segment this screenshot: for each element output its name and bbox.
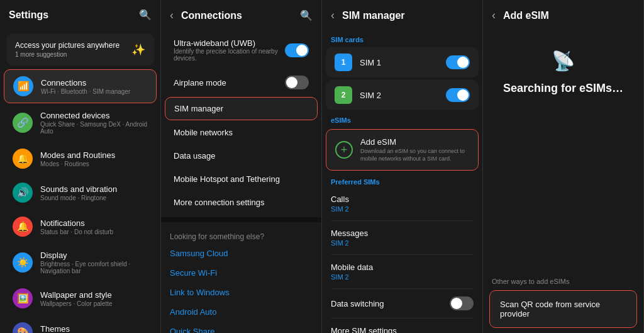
more-conn-text: More connection settings	[174, 198, 309, 207]
add-esim-panel: ‹ Add eSIM 📡 Searching for eSIMs… Other …	[483, 0, 644, 333]
add-esim-header-left: ‹ Add eSIM	[492, 9, 549, 22]
sim1-toggle[interactable]	[446, 55, 470, 69]
mobile-networks-item[interactable]: Mobile networks	[165, 121, 318, 144]
themes-text: Themes Themes · Wallpapers · Icons	[40, 324, 148, 334]
other-ways-label: Other ways to add eSIMs	[483, 271, 579, 288]
mobile-networks-label: Mobile networks	[174, 128, 309, 137]
display-text: Display Brightness · Eye comfort shield …	[40, 251, 148, 274]
settings-title: Settings	[9, 9, 48, 21]
connected-devices-text: Connected devices Quick Share · Samsung …	[40, 111, 148, 135]
sim-manager-label: SIM manager	[174, 104, 308, 113]
searching-area: 📡 Searching for eSIMs…	[491, 31, 636, 271]
promo-banner[interactable]: Access your pictures anywhere 1 more sug…	[6, 33, 154, 65]
settings-panel: Settings 🔍 Access your pictures anywhere…	[0, 0, 161, 333]
messages-label: Messages	[331, 229, 474, 238]
scan-qr-button[interactable]: Scan QR code from service provider	[489, 290, 637, 328]
sim-manager-content: SIM cards 1 SIM 1 2 SIM 2 eSIMs + Add eS…	[322, 28, 482, 333]
notifications-text: Notifications Status bar · Do not distur…	[40, 218, 148, 235]
hotspot-item[interactable]: Mobile Hotspot and Tethering	[165, 168, 318, 190]
sidebar-item-sounds[interactable]: 🔊 Sounds and vibration Sound mode · Ring…	[4, 176, 157, 209]
search-icon[interactable]: 🔍	[139, 9, 152, 21]
add-esim-back-icon[interactable]: ‹	[492, 9, 496, 22]
promo-text-area: Access your pictures anywhere 1 more sug…	[15, 41, 119, 58]
connections-header: ‹ Connections 🔍	[161, 0, 321, 28]
back-icon[interactable]: ‹	[170, 9, 174, 22]
messages-sub: SIM 2	[331, 239, 474, 247]
more-conn-item[interactable]: More connection settings	[165, 191, 318, 213]
notifications-sub: Status bar · Do not disturb	[40, 229, 148, 235]
airplane-label: Airplane mode	[174, 78, 285, 87]
add-esim-content: 📡 Searching for eSIMs… Other ways to add…	[483, 28, 643, 333]
connections-sub: Wi-Fi · Bluetooth · SIM manager	[41, 88, 147, 95]
sidebar-item-modes[interactable]: 🔔 Modes and Routines Modes · Routines	[4, 142, 157, 175]
uwb-item[interactable]: Ultra-wideband (UWB) Identify the precis…	[165, 32, 318, 68]
data-usage-label: Data usage	[174, 151, 309, 161]
divider-2	[331, 254, 474, 255]
uwb-sub: Identify the precise location of nearby …	[174, 48, 285, 62]
preferred-label: Preferred SIMs	[322, 173, 482, 188]
sim-back-icon[interactable]: ‹	[331, 9, 335, 22]
modes-icon: 🔔	[13, 149, 33, 169]
more-sim-settings[interactable]: More SIM settings	[322, 320, 482, 333]
add-esim-item[interactable]: + Add eSIM Download an eSIM so you can c…	[326, 129, 479, 171]
connections-title: Connections	[181, 10, 242, 21]
divider-3	[331, 288, 474, 289]
airplane-toggle[interactable]	[285, 76, 309, 89]
sim2-item[interactable]: 2 SIM 2	[326, 80, 479, 110]
uwb-label: Ultra-wideband (UWB)	[174, 38, 285, 48]
sidebar-item-notifications[interactable]: 🔔 Notifications Status bar · Do not dist…	[4, 210, 157, 243]
add-esim-plus-icon: +	[335, 141, 353, 159]
wallpaper-icon: 🖼️	[13, 288, 33, 308]
sounds-text: Sounds and vibration Sound mode · Ringto…	[40, 184, 148, 201]
sidebar-item-themes[interactable]: 🎨 Themes Themes · Wallpapers · Icons	[4, 316, 157, 333]
sim2-toggle[interactable]	[446, 88, 470, 102]
mobile-data-sub: SIM 2	[331, 273, 474, 281]
sim1-badge: 1	[335, 54, 352, 71]
divider-1	[331, 220, 474, 221]
looking-secure-wifi[interactable]: Secure Wi-Fi	[161, 263, 321, 283]
add-esim-label: Add eSIM	[360, 137, 469, 147]
searching-text: Searching for eSIMs…	[503, 82, 623, 95]
calls-item[interactable]: Calls SIM 2	[322, 188, 482, 219]
connections-divider	[161, 217, 321, 222]
sidebar-item-connections[interactable]: 📶 Connections Wi-Fi · Bluetooth · SIM ma…	[4, 69, 157, 103]
sounds-label: Sounds and vibration	[40, 184, 148, 194]
looking-link-windows[interactable]: Link to Windows	[161, 283, 321, 302]
modes-text: Modes and Routines Modes · Routines	[40, 150, 148, 167]
promo-sparkle-icon: ✨	[131, 43, 145, 57]
mobile-networks-text: Mobile networks	[174, 128, 309, 137]
esims-label: eSIMs	[322, 111, 482, 127]
sidebar-item-display[interactable]: ☀️ Display Brightness · Eye comfort shie…	[4, 244, 157, 281]
notifications-icon: 🔔	[13, 217, 33, 237]
connections-search-icon[interactable]: 🔍	[300, 9, 313, 21]
data-switching-row[interactable]: Data switching	[322, 290, 482, 317]
mobile-data-item[interactable]: Mobile data SIM 2	[322, 256, 482, 287]
data-switching-toggle[interactable]	[450, 296, 474, 310]
looking-quick-share[interactable]: Quick Share	[161, 322, 321, 333]
sidebar-item-wallpaper[interactable]: 🖼️ Wallpaper and style Wallpapers · Colo…	[4, 282, 157, 315]
hotspot-label: Mobile Hotspot and Tethering	[174, 174, 309, 184]
data-usage-item[interactable]: Data usage	[165, 145, 318, 167]
sim1-item[interactable]: 1 SIM 1	[326, 47, 479, 77]
airplane-item[interactable]: Airplane mode	[165, 69, 318, 96]
looking-android-auto[interactable]: Android Auto	[161, 302, 321, 322]
wallpaper-sub: Wallpapers · Color palette	[40, 300, 148, 307]
connections-header-left: ‹ Connections	[170, 9, 242, 22]
connections-panel: ‹ Connections 🔍 Ultra-wideband (UWB) Ide…	[161, 0, 322, 333]
more-conn-label: More connection settings	[174, 198, 309, 207]
sim-manager-item[interactable]: SIM manager	[165, 97, 318, 120]
connected-devices-icon: 🔗	[13, 113, 33, 133]
connections-icon: 📶	[13, 76, 33, 96]
sim-manager-text: SIM manager	[174, 104, 308, 113]
mobile-data-label: Mobile data	[331, 262, 474, 272]
add-esim-title: Add eSIM	[503, 10, 549, 21]
messages-item[interactable]: Messages SIM 2	[322, 222, 482, 253]
looking-samsung-cloud[interactable]: Samsung Cloud	[161, 244, 321, 263]
sim-manager-panel: ‹ SIM manager SIM cards 1 SIM 1 2 SIM 2 …	[322, 0, 483, 333]
uwb-toggle[interactable]	[285, 43, 309, 57]
sidebar-item-connected-devices[interactable]: 🔗 Connected devices Quick Share · Samsun…	[4, 104, 157, 141]
connected-devices-sub: Quick Share · Samsung DeX · Android Auto	[40, 121, 148, 135]
uwb-text: Ultra-wideband (UWB) Identify the precis…	[174, 38, 285, 62]
calls-sub: SIM 2	[331, 205, 474, 213]
connections-label: Connections	[41, 78, 147, 87]
